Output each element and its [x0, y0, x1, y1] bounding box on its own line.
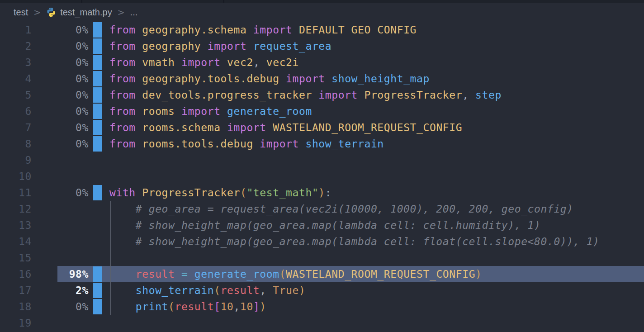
- breadcrumb-folder[interactable]: test: [14, 7, 28, 18]
- code-line[interactable]: 9: [0, 152, 644, 168]
- token-kw: from: [109, 24, 142, 36]
- token-fn: request_area: [253, 40, 331, 52]
- line-number[interactable]: 8: [0, 136, 32, 152]
- code-text[interactable]: from geography import request_area: [102, 38, 644, 54]
- code-text[interactable]: [102, 250, 644, 266]
- token-pln: [109, 301, 136, 313]
- line-number[interactable]: 10: [0, 168, 32, 185]
- profiler-percent: 0%: [32, 136, 89, 152]
- code-text[interactable]: # show_height_map(geo_area.map(lambda ce…: [102, 217, 644, 233]
- code-text[interactable]: [102, 168, 644, 185]
- code-line[interactable]: 10: [0, 168, 644, 185]
- code-line[interactable]: 20%from geography import request_area: [0, 38, 644, 54]
- profiler-percent: 0%: [32, 185, 89, 201]
- code-line[interactable]: 60%from rooms import generate_room: [0, 103, 644, 119]
- profiler-percent: 0%: [32, 299, 89, 315]
- line-number[interactable]: 3: [0, 54, 32, 71]
- profiler-percent: [32, 233, 89, 250]
- gutter-bar-slot: [89, 250, 102, 266]
- code-line[interactable]: 13 # show_height_map(geo_area.map(lambda…: [0, 217, 644, 233]
- token-kw: with: [109, 187, 142, 199]
- token-var: result: [175, 301, 214, 313]
- line-number[interactable]: 12: [0, 201, 32, 217]
- line-number[interactable]: 1: [0, 22, 32, 38]
- token-mod: vec2i: [266, 57, 299, 68]
- code-text[interactable]: from rooms import generate_room: [102, 103, 644, 119]
- code-line[interactable]: 19: [0, 315, 644, 331]
- line-number[interactable]: 7: [0, 119, 32, 136]
- token-kw: import: [253, 24, 299, 36]
- profiler-percent: [32, 250, 89, 266]
- line-number[interactable]: 6: [0, 103, 32, 119]
- line-number[interactable]: 15: [0, 250, 32, 266]
- code-text[interactable]: from geography.tools.debug import show_h…: [102, 71, 644, 87]
- profiler-percent: [32, 315, 89, 331]
- profiler-bar: [93, 299, 102, 314]
- code-line[interactable]: 50%from dev_tools.progress_tracker impor…: [0, 87, 644, 103]
- code-line[interactable]: 30%from vmath import vec2, vec2i: [0, 54, 644, 71]
- token-kw: import: [181, 105, 227, 117]
- profiler-percent: [32, 201, 89, 217]
- code-text[interactable]: [102, 152, 644, 168]
- code-editor[interactable]: 10%from geography.schema import DEFAULT_…: [0, 22, 644, 332]
- code-text[interactable]: # show_height_map(geo_area.map(lambda ce…: [102, 233, 644, 250]
- profiler-bar: [93, 283, 102, 298]
- code-text[interactable]: with ProgressTracker("test_math"):: [102, 185, 644, 201]
- profiler-bar: [93, 38, 102, 54]
- line-number[interactable]: 9: [0, 152, 32, 168]
- profiler-bar: [93, 55, 102, 70]
- token-pun: ,: [260, 285, 273, 296]
- code-line[interactable]: 15: [0, 250, 644, 266]
- token-mod: geography.schema: [142, 24, 253, 36]
- code-text[interactable]: from dev_tools.progress_tracker import P…: [102, 87, 644, 103]
- token-pun: :: [325, 187, 331, 199]
- line-number[interactable]: 18: [0, 299, 32, 315]
- token-pln: [109, 285, 136, 296]
- gutter-bar-slot: [89, 185, 102, 201]
- line-number[interactable]: 11: [0, 185, 32, 201]
- code-line[interactable]: 180% print(result[10,10]): [0, 299, 644, 315]
- code-text[interactable]: from geography.schema import DEFAULT_GEO…: [102, 22, 644, 38]
- line-number[interactable]: 5: [0, 87, 32, 103]
- code-text[interactable]: from rooms.tools.debug import show_terra…: [102, 136, 644, 152]
- indent-guide: [110, 201, 111, 315]
- line-number[interactable]: 17: [0, 282, 32, 299]
- code-line[interactable]: 80%from rooms.tools.debug import show_te…: [0, 136, 644, 152]
- code-text[interactable]: print(result[10,10]): [102, 299, 644, 315]
- token-mod: vec2: [227, 57, 253, 68]
- gutter-bar-slot: [89, 22, 102, 38]
- breadcrumb-symbol[interactable]: ...: [130, 7, 138, 18]
- line-number[interactable]: 13: [0, 217, 32, 233]
- code-line[interactable]: 12 # geo_area = request_area(vec2i(10000…: [0, 201, 644, 217]
- code-line[interactable]: 1698% result = generate_room(WASTELAND_R…: [0, 266, 644, 282]
- code-line[interactable]: 110%with ProgressTracker("test_math"):: [0, 185, 644, 201]
- code-line[interactable]: 70%from rooms.schema import WASTELAND_RO…: [0, 119, 644, 136]
- token-mod: vmath: [142, 57, 181, 68]
- code-line[interactable]: 40%from geography.tools.debug import sho…: [0, 71, 644, 87]
- line-number[interactable]: 14: [0, 233, 32, 250]
- token-fn: print: [136, 301, 168, 313]
- breadcrumb: test > test_math.py > ...: [0, 3, 644, 22]
- code-line[interactable]: 14 # show_height_map(geo_area.map(lambda…: [0, 233, 644, 250]
- code-text[interactable]: [102, 315, 644, 331]
- code-line[interactable]: 10%from geography.schema import DEFAULT_…: [0, 22, 644, 38]
- breadcrumb-file[interactable]: test_math.py: [46, 7, 112, 18]
- gutter-bar-slot: [89, 201, 102, 217]
- line-number[interactable]: 4: [0, 71, 32, 87]
- token-fn: show_terrain: [136, 285, 214, 296]
- token-b1: ): [475, 268, 482, 280]
- token-b1: ): [299, 285, 305, 296]
- profiler-percent: 0%: [32, 87, 89, 103]
- chevron-right-icon: >: [118, 7, 125, 17]
- code-text[interactable]: from vmath import vec2, vec2i: [102, 54, 644, 71]
- line-number[interactable]: 16: [0, 266, 32, 282]
- line-number[interactable]: 19: [0, 315, 32, 331]
- code-text[interactable]: # geo_area = request_area(vec2i(10000, 1…: [102, 201, 644, 217]
- code-line[interactable]: 172% show_terrain(result, True): [0, 282, 644, 299]
- code-text[interactable]: from rooms.schema import WASTELAND_ROOM_…: [102, 119, 644, 136]
- token-pun: ,: [234, 301, 240, 313]
- code-text[interactable]: result = generate_room(WASTELAND_ROOM_RE…: [102, 266, 644, 282]
- code-text[interactable]: show_terrain(result, True): [102, 282, 644, 299]
- line-number[interactable]: 2: [0, 38, 32, 54]
- token-op: =: [175, 268, 194, 280]
